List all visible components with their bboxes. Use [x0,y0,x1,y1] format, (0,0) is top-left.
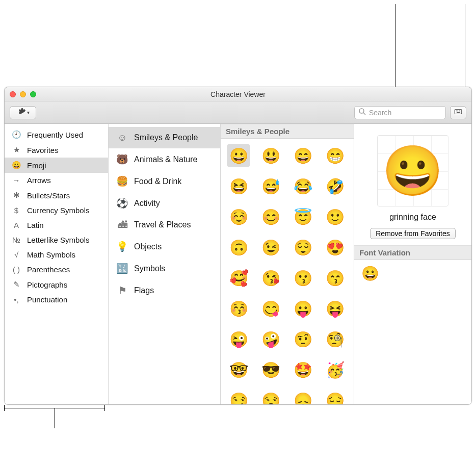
emoji-cell[interactable]: 😉 [259,236,282,259]
search-field[interactable] [354,106,446,119]
emoji-cell[interactable]: 😀 [227,144,250,167]
subcategory-item[interactable]: 🍔Food & Drink [109,170,220,192]
emoji-cell[interactable]: 😝 [324,297,347,320]
category-item[interactable]: √Math Symbols [5,247,108,262]
category-item[interactable]: ✎Pictographs [5,277,108,292]
emoji-cell[interactable]: 😏 [227,389,250,404]
category-item[interactable]: $Currency Symbols [5,203,108,218]
category-item[interactable]: ( )Parentheses [5,262,108,277]
subcategory-item[interactable]: 💡Objects [109,236,220,257]
character-name: grinning face [389,213,436,222]
font-variation-glyph[interactable]: 😀 [361,266,379,281]
category-icon: A [11,221,22,229]
category-item[interactable]: 🕘Frequently Used [5,127,108,142]
svg-rect-5 [459,111,460,112]
subcategory-item[interactable]: ☺Smileys & People [109,127,220,148]
subcategory-label: Symbols [134,264,165,273]
category-item[interactable]: ALatin [5,218,108,232]
emoji-cell[interactable]: 😎 [259,358,282,381]
character-grid-pane: Smileys & People 😀😃😄😁😆😅😂🤣☺️😊😇🙂🙃😉😌😍🥰😘😗😙😚😋… [221,124,354,404]
emoji-cell[interactable]: 😄 [292,144,315,167]
emoji-cell[interactable]: 😊 [259,205,282,228]
subcategory-label: Animals & Nature [134,155,198,164]
emoji-cell[interactable]: 🙂 [324,205,347,228]
emoji-cell[interactable]: 😙 [324,266,347,290]
emoji-cell[interactable]: 🤨 [292,327,315,351]
subcategory-label: Objects [134,242,162,251]
emoji-cell[interactable]: 🤣 [324,174,347,198]
emoji-cell[interactable]: 🤩 [292,358,315,381]
font-variation-list: 😀 [354,260,471,287]
category-icon: 🕘 [11,130,22,139]
toolbar: ▾ [5,101,471,124]
subcategory-item[interactable]: ⚽Activity [109,192,220,214]
emoji-cell[interactable]: 😅 [259,174,282,198]
emoji-cell[interactable]: 🧐 [324,327,347,351]
grid-header: Smileys & People [221,124,354,139]
subcategory-icon: ☺ [116,132,129,143]
emoji-cell[interactable]: 😌 [292,236,315,259]
subcategory-icon: 🐻 [116,153,129,165]
emoji-cell[interactable]: 😂 [292,174,315,198]
emoji-cell[interactable]: 😃 [259,144,282,167]
emoji-cell[interactable]: 😒 [259,389,282,404]
category-label: Punctuation [27,295,67,304]
emoji-cell[interactable]: 😚 [227,297,250,320]
emoji-cell[interactable]: 😘 [259,266,282,290]
remove-from-favorites-button[interactable]: Remove from Favorites [370,228,455,239]
subcategory-label: Travel & Places [134,220,191,229]
category-item[interactable]: 😀Emoji [5,158,108,173]
subcategory-icon: ⚽ [116,197,129,209]
search-input[interactable] [369,109,442,117]
category-label: Parentheses [27,265,70,274]
emoji-cell[interactable]: 😞 [292,389,315,404]
category-item[interactable]: →Arrows [5,173,108,188]
character-preview: 😀 [377,135,448,206]
category-icon: → [11,176,22,185]
emoji-cell[interactable]: 😁 [324,144,347,167]
category-icon: ★ [11,145,22,154]
subcategory-label: Activity [134,199,160,208]
category-icon: № [11,236,22,244]
emoji-cell[interactable]: 🤪 [259,327,282,351]
character-viewer-window: Character Viewer ▾ 🕘Frequently Used★Favo… [4,87,472,405]
settings-menu-button[interactable]: ▾ [10,106,36,119]
compact-picker-button[interactable] [450,106,466,119]
emoji-cell[interactable]: ☺️ [227,205,250,228]
emoji-cell[interactable]: 😋 [259,297,282,320]
emoji-cell[interactable]: 😗 [292,266,315,290]
emoji-cell[interactable]: 😔 [324,389,347,404]
category-label: Arrows [27,176,51,185]
subcategory-item[interactable]: 🐻Animals & Nature [109,148,220,170]
category-icon: $ [11,206,22,215]
category-label: Latin [27,221,44,229]
category-label: Pictographs [27,280,67,289]
subcategory-label: Food & Drink [134,177,181,186]
subcategory-icon: 🔣 [116,263,129,274]
emoji-cell[interactable]: 😛 [292,297,315,320]
category-label: Math Symbols [27,250,75,259]
category-item[interactable]: ★Favorites [5,142,108,158]
emoji-cell[interactable]: 😜 [227,327,250,351]
svg-line-1 [363,113,365,115]
emoji-cell[interactable]: 🥰 [227,266,250,290]
category-label: Frequently Used [27,131,83,139]
svg-rect-3 [456,111,457,112]
category-item[interactable]: •,Punctuation [5,292,108,307]
emoji-cell[interactable]: 🥳 [324,358,347,381]
emoji-cell[interactable]: 😍 [324,236,347,259]
category-label: Currency Symbols [27,206,90,215]
category-item[interactable]: ✱Bullets/Stars [5,188,108,203]
font-variation-header: Font Variation [354,245,471,260]
subcategory-item[interactable]: 🏙Travel & Places [109,214,220,236]
subcategory-icon: ⚑ [116,285,129,296]
emoji-cell[interactable]: 🤓 [227,358,250,381]
category-icon: ( ) [11,265,22,274]
emoji-cell[interactable]: 😆 [227,174,250,198]
subcategory-item[interactable]: 🔣Symbols [109,257,220,279]
titlebar: Character Viewer [5,87,471,101]
emoji-cell[interactable]: 😇 [292,205,315,228]
emoji-cell[interactable]: 🙃 [227,236,250,259]
subcategory-item[interactable]: ⚑Flags [109,279,220,301]
category-item[interactable]: №Letterlike Symbols [5,232,108,247]
